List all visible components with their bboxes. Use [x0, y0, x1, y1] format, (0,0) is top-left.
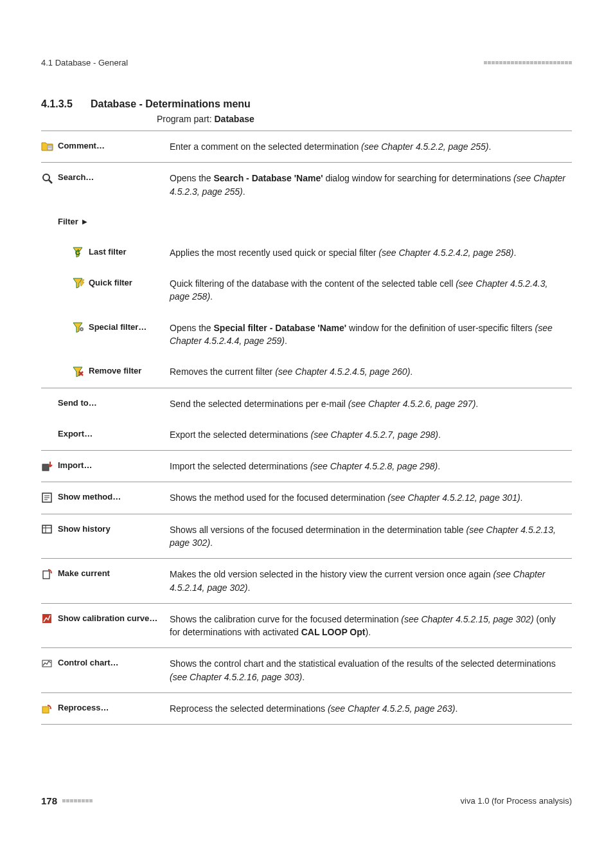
menu-description: Reprocess the selected determinations (s…: [170, 693, 572, 725]
menu-label-text: Import…: [58, 460, 92, 472]
funnel-bolt-icon: [72, 277, 85, 289]
menu-label-cell: Show method…: [41, 482, 170, 514]
section-path: 4.1 Database - General: [41, 58, 128, 68]
program-part-value: Database: [214, 114, 254, 124]
program-part-label: Program part:: [157, 114, 214, 124]
menu-description: Opens the Special filter - Database 'Nam…: [170, 312, 572, 357]
import-icon: [41, 460, 54, 472]
menu-label-text: Control chart…: [58, 657, 119, 669]
magnifier-icon: [41, 172, 54, 184]
menu-label-cell: Filter ▶: [41, 207, 170, 237]
menu-label-cell: Export…: [41, 419, 170, 451]
menu-label-text: Export…: [58, 428, 93, 440]
menu-row-sendto: Send to…Send the selected determinations…: [41, 388, 572, 419]
menu-description: [170, 207, 572, 237]
funnel-x-icon: [72, 366, 85, 377]
menu-label-text: Show history: [58, 523, 111, 536]
menu-label-cell: Send to…: [41, 388, 170, 419]
menu-label-text: Quick filter: [89, 277, 132, 289]
menu-row-specialfilter: Special filter…Opens the Special filter …: [41, 312, 572, 357]
menu-label-cell: Import…: [41, 451, 170, 482]
menu-label-text: Filter: [58, 216, 78, 228]
program-part-line: Program part: Database: [157, 114, 572, 124]
menu-row-showcalib: Show calibration curve…Shows the calibra…: [41, 603, 572, 648]
method-icon: [41, 492, 54, 503]
menu-label-cell: Search…: [41, 163, 170, 207]
menu-row-search: Search…Opens the Search - Database 'Name…: [41, 163, 572, 207]
menu-label-text: Search…: [58, 172, 94, 184]
reprocess-icon: [41, 703, 54, 714]
page-header: 4.1 Database - General: [41, 58, 572, 68]
menu-label-text: Remove filter: [89, 365, 141, 377]
funnel-gear-icon: [72, 321, 85, 333]
menu-label-text: Make current: [58, 568, 110, 580]
menu-label-cell: Reprocess…: [41, 693, 170, 725]
menu-description: Send the selected determinations per e-m…: [170, 388, 572, 419]
menu-description: Shows the method used for the focused de…: [170, 482, 572, 514]
menu-label-text: Last filter: [89, 246, 127, 258]
menu-label-text: Reprocess…: [58, 702, 109, 714]
menu-label-cell: Quick filter: [41, 268, 170, 312]
menu-row-lastfilter: Last filterApplies the most recently use…: [41, 237, 572, 268]
menu-description: Enter a comment on the selected determin…: [170, 131, 572, 163]
doc-version: viva 1.0 (for Process analysis): [461, 796, 572, 806]
section-number: 4.1.3.5: [41, 98, 73, 110]
section-title: Database - Determinations menu: [91, 98, 251, 110]
header-ornament: [484, 61, 572, 64]
menu-row-controlchart: Control chart…Shows the control chart an…: [41, 648, 572, 693]
menu-description: Quick filtering of the database with the…: [170, 268, 572, 312]
menu-row-comment: Comment…Enter a comment on the selected …: [41, 131, 572, 163]
calib-icon: [41, 613, 54, 624]
menu-row-import: Import…Import the selected determination…: [41, 451, 572, 482]
page: 4.1 Database - General 4.1.3.5 Database …: [0, 0, 613, 845]
menu-label-text: Send to…: [58, 397, 97, 410]
menu-label-cell: Comment…: [41, 131, 170, 163]
menu-label-cell: Remove filter: [41, 356, 170, 388]
menu-description: Import the selected determinations (see …: [170, 451, 572, 482]
menu-description: Applies the most recently used quick or …: [170, 237, 572, 268]
menu-label-text: Show method…: [58, 491, 121, 503]
makecurrent-icon: [41, 568, 54, 580]
menu-description: Shows all versions of the focused determ…: [170, 514, 572, 559]
menu-label-text: Show calibration curve…: [58, 613, 157, 625]
page-footer: 178 viva 1.0 (for Process analysis): [41, 795, 572, 806]
menu-row-quickfilter: Quick filterQuick filtering of the datab…: [41, 268, 572, 312]
section-heading: 4.1.3.5 Database - Determinations menu: [41, 98, 572, 110]
page-number: 178: [41, 795, 57, 806]
menu-label-text: Special filter…: [89, 321, 147, 334]
menu-label-cell: Show history: [41, 514, 170, 559]
menu-description: Shows the calibration curve for the focu…: [170, 603, 572, 648]
funnel-redo-icon: [72, 246, 85, 258]
menu-label-cell: Control chart…: [41, 648, 170, 693]
menu-description: Opens the Search - Database 'Name' dialo…: [170, 163, 572, 207]
menu-description: Makes the old version selected in the hi…: [170, 559, 572, 604]
submenu-triangle-icon: ▶: [82, 217, 87, 227]
menu-label-cell: Last filter: [41, 237, 170, 268]
history-icon: [41, 523, 54, 535]
chart-icon: [41, 658, 54, 669]
footer-ornament: [62, 799, 93, 802]
menu-row-showmethod: Show method…Shows the method used for th…: [41, 482, 572, 514]
menu-description: Shows the control chart and the statisti…: [170, 648, 572, 693]
menu-description: Export the selected determinations (see …: [170, 419, 572, 451]
menu-label-cell: Make current: [41, 559, 170, 604]
menu-table: Comment…Enter a comment on the selected …: [41, 131, 572, 725]
menu-label-cell: Show calibration curve…: [41, 603, 170, 648]
menu-row-removefilter: Remove filterRemoves the current filter …: [41, 356, 572, 388]
menu-row-makecurrent: Make currentMakes the old version select…: [41, 559, 572, 604]
menu-row-showhistory: Show historyShows all versions of the fo…: [41, 514, 572, 559]
menu-row-export: Export…Export the selected determination…: [41, 419, 572, 451]
menu-row-reprocess: Reprocess…Reprocess the selected determi…: [41, 693, 572, 725]
folder-note-icon: [41, 140, 54, 152]
menu-row-filter: Filter ▶: [41, 207, 572, 237]
menu-label-cell: Special filter…: [41, 312, 170, 357]
menu-description: Removes the current filter (see Chapter …: [170, 356, 572, 388]
menu-label-text: Comment…: [58, 140, 105, 152]
